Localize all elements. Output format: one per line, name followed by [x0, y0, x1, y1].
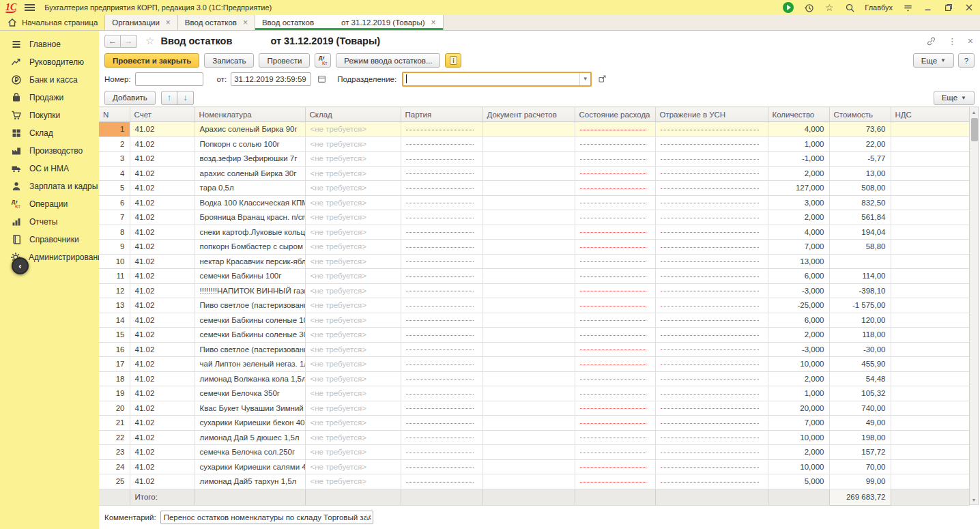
- cell-expense-state[interactable]: [575, 357, 655, 372]
- cell-batch[interactable]: [401, 474, 482, 489]
- cell-expense-state[interactable]: [575, 225, 655, 240]
- cell-warehouse[interactable]: <не требуется>: [305, 152, 401, 167]
- cell-usn-reflection[interactable]: [655, 152, 768, 167]
- table-row[interactable]: 741.02Брояница Вранац красн. п/сп. ...<н…: [99, 210, 969, 225]
- cell-warehouse[interactable]: <не требуется>: [305, 357, 401, 372]
- cell-account[interactable]: 41.02: [130, 137, 194, 152]
- cell-cost[interactable]: 13,00: [829, 166, 891, 181]
- get-link-icon[interactable]: [926, 35, 937, 46]
- cell-quantity[interactable]: 6,000: [768, 269, 829, 284]
- cell-usn-reflection[interactable]: [655, 371, 768, 386]
- cell-vat[interactable]: [891, 210, 969, 225]
- sidebar-item-salary-hr[interactable]: Зарплата и кадры: [0, 177, 99, 195]
- cell-row-number[interactable]: 9: [99, 240, 130, 255]
- cell-quantity[interactable]: 6,000: [768, 313, 829, 328]
- back-button[interactable]: ←: [104, 35, 121, 48]
- cell-cost[interactable]: 561,84: [829, 210, 891, 225]
- cell-row-number[interactable]: 8: [99, 225, 130, 240]
- cell-expense-state[interactable]: [575, 195, 655, 210]
- cell-settlement-document[interactable]: [482, 210, 575, 225]
- table-row[interactable]: 841.02снеки картоф.Луковые кольца ...<не…: [99, 225, 969, 240]
- sidebar-item-reports[interactable]: Отчеты: [0, 213, 99, 231]
- cell-account[interactable]: 41.02: [130, 445, 194, 460]
- cell-vat[interactable]: [891, 181, 969, 196]
- cell-warehouse[interactable]: <не требуется>: [305, 181, 401, 196]
- cell-batch[interactable]: [401, 430, 482, 445]
- cell-usn-reflection[interactable]: [655, 328, 768, 343]
- tab-home[interactable]: Начальная страница: [0, 15, 105, 30]
- cell-quantity[interactable]: 5,000: [768, 474, 829, 489]
- cell-expense-state[interactable]: [575, 430, 655, 445]
- cell-cost[interactable]: -398,10: [829, 283, 891, 298]
- save-button[interactable]: Записать: [204, 53, 254, 68]
- cell-nomenclature[interactable]: семечки Белочка 350г: [194, 386, 305, 401]
- cell-row-number[interactable]: 21: [99, 416, 130, 431]
- current-user[interactable]: Главбух: [865, 3, 893, 12]
- cell-row-number[interactable]: 15: [99, 328, 130, 343]
- cell-quantity[interactable]: 1,000: [768, 386, 829, 401]
- cell-settlement-document[interactable]: [482, 313, 575, 328]
- cell-warehouse[interactable]: <не требуется>: [305, 137, 401, 152]
- column-header[interactable]: НДС: [891, 107, 969, 122]
- cell-usn-reflection[interactable]: [655, 298, 768, 313]
- cell-batch[interactable]: [401, 210, 482, 225]
- cell-account[interactable]: 41.02: [130, 210, 194, 225]
- cell-cost[interactable]: 49,00: [829, 416, 891, 431]
- dtkt-postings-button[interactable]: ДтКт: [315, 53, 331, 68]
- cell-nomenclature[interactable]: попкорн Бомбастер с сыром 35г: [194, 240, 305, 255]
- table-row[interactable]: 1541.02семечки Бабкины соленые 300г<не т…: [99, 328, 969, 343]
- cell-row-number[interactable]: 17: [99, 357, 130, 372]
- sidebar-item-assets[interactable]: ОС и НМА: [0, 160, 99, 177]
- cell-vat[interactable]: [891, 313, 969, 328]
- cell-vat[interactable]: [891, 240, 969, 255]
- main-menu-icon[interactable]: [25, 3, 35, 12]
- cell-quantity[interactable]: 2,000: [768, 210, 829, 225]
- cell-settlement-document[interactable]: [482, 240, 575, 255]
- cell-batch[interactable]: [401, 137, 482, 152]
- cell-account[interactable]: 41.02: [130, 122, 194, 137]
- date-input[interactable]: [231, 72, 311, 86]
- cell-expense-state[interactable]: [575, 122, 655, 137]
- cell-row-number[interactable]: 3: [99, 152, 130, 167]
- cell-expense-state[interactable]: [575, 210, 655, 225]
- cell-row-number[interactable]: 22: [99, 430, 130, 445]
- cell-quantity[interactable]: 2,000: [768, 371, 829, 386]
- close-window-icon[interactable]: [964, 2, 975, 13]
- comment-input[interactable]: [160, 511, 373, 524]
- cell-vat[interactable]: [891, 269, 969, 284]
- cell-batch[interactable]: [401, 240, 482, 255]
- cell-nomenclature[interactable]: Арахис соленый Бирка 90г: [194, 122, 305, 137]
- cell-quantity[interactable]: 10,000: [768, 357, 829, 372]
- cell-usn-reflection[interactable]: [655, 357, 768, 372]
- cell-batch[interactable]: [401, 401, 482, 416]
- post-button[interactable]: Провести: [259, 53, 310, 68]
- cell-warehouse[interactable]: <не требуется>: [305, 283, 401, 298]
- cell-quantity[interactable]: 13,000: [768, 254, 829, 269]
- cell-settlement-document[interactable]: [482, 474, 575, 489]
- cell-settlement-document[interactable]: [482, 225, 575, 240]
- table-row[interactable]: 1941.02семечки Белочка 350г<не требуется…: [99, 386, 969, 401]
- sidebar-item-production[interactable]: Производство: [0, 142, 99, 160]
- department-dropdown-icon[interactable]: ▼: [579, 73, 590, 85]
- cell-usn-reflection[interactable]: [655, 416, 768, 431]
- cell-nomenclature[interactable]: !!!!!!!!НАПИТОК ВИННЫЙ газиро...: [194, 283, 305, 298]
- cell-expense-state[interactable]: [575, 386, 655, 401]
- cell-batch[interactable]: [401, 342, 482, 357]
- cell-usn-reflection[interactable]: [655, 459, 768, 474]
- table-row[interactable]: 2441.02сухарики Кириешки салями 40г<не т…: [99, 459, 969, 474]
- more-button[interactable]: Еще▼: [913, 53, 954, 68]
- cell-expense-state[interactable]: [575, 328, 655, 343]
- cell-warehouse[interactable]: <не требуется>: [305, 401, 401, 416]
- cell-batch[interactable]: [401, 298, 482, 313]
- more-menu-icon[interactable]: ⋮: [948, 36, 957, 46]
- cell-vat[interactable]: [891, 401, 969, 416]
- cell-cost[interactable]: 105,32: [829, 386, 891, 401]
- table-row[interactable]: 2041.02Квас Букет Чувашии Зимний ...<не …: [99, 401, 969, 416]
- cell-nomenclature[interactable]: чай Липтон зеленый негаз. 1л: [194, 357, 305, 372]
- cell-expense-state[interactable]: [575, 474, 655, 489]
- cell-settlement-document[interactable]: [482, 416, 575, 431]
- column-header[interactable]: Количество: [768, 107, 829, 122]
- cell-expense-state[interactable]: [575, 181, 655, 196]
- cell-expense-state[interactable]: [575, 298, 655, 313]
- discussions-icon[interactable]: [783, 2, 794, 13]
